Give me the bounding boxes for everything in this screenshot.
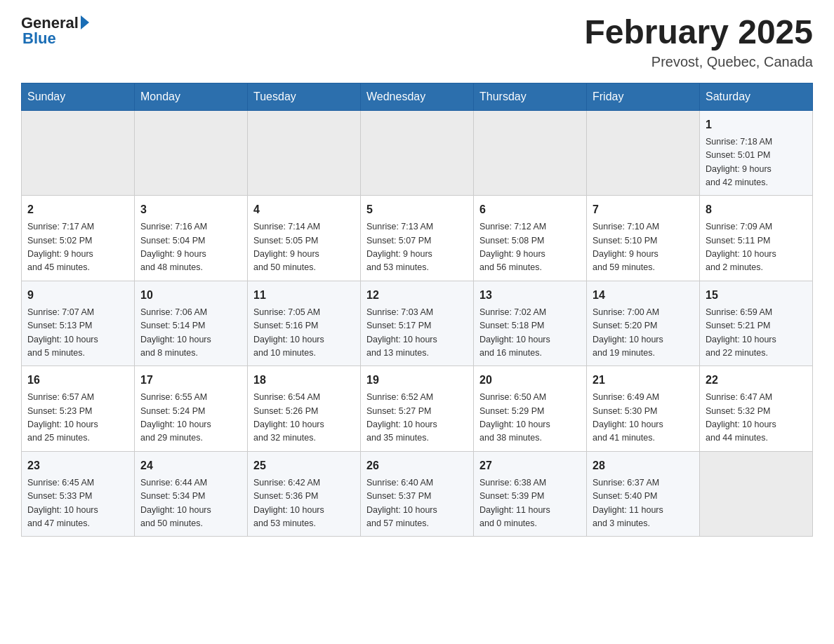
calendar-day-cell: 3Sunrise: 7:16 AM Sunset: 5:04 PM Daylig… [135,196,248,281]
day-info: Sunrise: 7:03 AM Sunset: 5:17 PM Dayligh… [366,306,468,361]
calendar-day-cell: 26Sunrise: 6:40 AM Sunset: 5:37 PM Dayli… [361,451,474,537]
calendar-day-cell: 28Sunrise: 6:37 AM Sunset: 5:40 PM Dayli… [587,451,700,537]
day-number: 17 [140,372,241,389]
day-number: 23 [27,457,128,474]
day-info: Sunrise: 6:38 AM Sunset: 5:39 PM Dayligh… [479,476,581,531]
calendar-day-cell: 20Sunrise: 6:50 AM Sunset: 5:29 PM Dayli… [474,366,587,452]
day-number: 1 [706,116,807,133]
day-number: 5 [366,201,468,218]
day-number: 14 [593,287,694,304]
calendar-day-cell [587,110,700,196]
calendar-day-header: Friday [587,83,700,110]
calendar-day-cell: 17Sunrise: 6:55 AM Sunset: 5:24 PM Dayli… [135,366,248,452]
calendar-day-cell: 9Sunrise: 7:07 AM Sunset: 5:13 PM Daylig… [22,281,135,366]
day-info: Sunrise: 7:16 AM Sunset: 5:04 PM Dayligh… [140,220,241,275]
day-info: Sunrise: 7:13 AM Sunset: 5:07 PM Dayligh… [366,220,468,275]
calendar-day-cell: 27Sunrise: 6:38 AM Sunset: 5:39 PM Dayli… [474,451,587,537]
day-info: Sunrise: 6:47 AM Sunset: 5:32 PM Dayligh… [706,391,807,445]
calendar-week-row: 16Sunrise: 6:57 AM Sunset: 5:23 PM Dayli… [22,366,813,452]
day-number: 8 [706,201,807,218]
calendar-day-cell: 12Sunrise: 7:03 AM Sunset: 5:17 PM Dayli… [361,281,474,366]
day-number: 12 [366,287,468,304]
calendar-day-header: Wednesday [361,83,474,110]
calendar-day-cell: 13Sunrise: 7:02 AM Sunset: 5:18 PM Dayli… [474,281,587,366]
day-number: 19 [366,372,468,389]
day-number: 21 [593,372,694,389]
calendar-day-header: Thursday [474,83,587,110]
location-subtitle: Prevost, Quebec, Canada [584,54,813,70]
day-info: Sunrise: 6:44 AM Sunset: 5:34 PM Dayligh… [140,476,241,531]
calendar-day-header: Tuesday [248,83,361,110]
day-number: 26 [366,457,468,474]
calendar-week-row: 23Sunrise: 6:45 AM Sunset: 5:33 PM Dayli… [22,451,813,537]
calendar-day-cell: 24Sunrise: 6:44 AM Sunset: 5:34 PM Dayli… [135,451,248,537]
day-info: Sunrise: 7:18 AM Sunset: 5:01 PM Dayligh… [706,135,807,190]
calendar-day-cell [22,110,135,196]
day-number: 13 [479,287,581,304]
day-info: Sunrise: 7:06 AM Sunset: 5:14 PM Dayligh… [140,306,241,361]
calendar-day-cell: 11Sunrise: 7:05 AM Sunset: 5:16 PM Dayli… [248,281,361,366]
day-info: Sunrise: 6:55 AM Sunset: 5:24 PM Dayligh… [140,391,241,445]
day-number: 15 [706,287,807,304]
calendar-day-header: Saturday [700,83,813,110]
calendar-day-cell [700,451,813,537]
day-number: 10 [140,287,241,304]
day-number: 11 [253,287,355,304]
calendar-day-header: Sunday [22,83,135,110]
day-number: 3 [140,201,241,218]
day-number: 18 [253,372,355,389]
page-header: General Blue February 2025 Prevost, Queb… [21,14,813,70]
month-title: February 2025 [584,14,813,51]
calendar-table: SundayMondayTuesdayWednesdayThursdayFrid… [21,83,813,537]
day-number: 6 [479,201,581,218]
calendar-day-cell: 10Sunrise: 7:06 AM Sunset: 5:14 PM Dayli… [135,281,248,366]
day-info: Sunrise: 6:52 AM Sunset: 5:27 PM Dayligh… [366,391,468,445]
calendar-day-cell: 19Sunrise: 6:52 AM Sunset: 5:27 PM Dayli… [361,366,474,452]
calendar-day-cell: 21Sunrise: 6:49 AM Sunset: 5:30 PM Dayli… [587,366,700,452]
day-info: Sunrise: 6:50 AM Sunset: 5:29 PM Dayligh… [479,391,581,445]
day-info: Sunrise: 6:49 AM Sunset: 5:30 PM Dayligh… [593,391,694,445]
day-info: Sunrise: 6:54 AM Sunset: 5:26 PM Dayligh… [253,391,355,445]
calendar-day-cell: 23Sunrise: 6:45 AM Sunset: 5:33 PM Dayli… [22,451,135,537]
day-info: Sunrise: 7:07 AM Sunset: 5:13 PM Dayligh… [27,306,128,361]
day-number: 25 [253,457,355,474]
day-number: 16 [27,372,128,389]
calendar-day-cell: 5Sunrise: 7:13 AM Sunset: 5:07 PM Daylig… [361,196,474,281]
day-number: 20 [479,372,581,389]
calendar-week-row: 9Sunrise: 7:07 AM Sunset: 5:13 PM Daylig… [22,281,813,366]
calendar-day-header: Monday [135,83,248,110]
calendar-day-cell [474,110,587,196]
logo-arrow-icon [81,15,89,29]
calendar-day-cell [248,110,361,196]
calendar-day-cell: 14Sunrise: 7:00 AM Sunset: 5:20 PM Dayli… [587,281,700,366]
day-info: Sunrise: 7:17 AM Sunset: 5:02 PM Dayligh… [27,220,128,275]
day-number: 7 [593,201,694,218]
calendar-week-row: 2Sunrise: 7:17 AM Sunset: 5:02 PM Daylig… [22,196,813,281]
day-info: Sunrise: 6:57 AM Sunset: 5:23 PM Dayligh… [27,391,128,445]
day-number: 22 [706,372,807,389]
calendar-day-cell: 18Sunrise: 6:54 AM Sunset: 5:26 PM Dayli… [248,366,361,452]
calendar-day-cell: 6Sunrise: 7:12 AM Sunset: 5:08 PM Daylig… [474,196,587,281]
calendar-day-cell [135,110,248,196]
calendar-day-cell: 7Sunrise: 7:10 AM Sunset: 5:10 PM Daylig… [587,196,700,281]
day-info: Sunrise: 6:45 AM Sunset: 5:33 PM Dayligh… [27,476,128,531]
calendar-day-cell: 25Sunrise: 6:42 AM Sunset: 5:36 PM Dayli… [248,451,361,537]
calendar-day-cell: 15Sunrise: 6:59 AM Sunset: 5:21 PM Dayli… [700,281,813,366]
calendar-day-cell: 1Sunrise: 7:18 AM Sunset: 5:01 PM Daylig… [700,110,813,196]
day-info: Sunrise: 7:14 AM Sunset: 5:05 PM Dayligh… [253,220,355,275]
day-info: Sunrise: 7:05 AM Sunset: 5:16 PM Dayligh… [253,306,355,361]
day-number: 2 [27,201,128,218]
day-info: Sunrise: 6:37 AM Sunset: 5:40 PM Dayligh… [593,476,694,531]
day-info: Sunrise: 7:12 AM Sunset: 5:08 PM Dayligh… [479,220,581,275]
day-number: 4 [253,201,355,218]
day-info: Sunrise: 7:02 AM Sunset: 5:18 PM Dayligh… [479,306,581,361]
calendar-week-row: 1Sunrise: 7:18 AM Sunset: 5:01 PM Daylig… [22,110,813,196]
calendar-header-row: SundayMondayTuesdayWednesdayThursdayFrid… [22,83,813,110]
calendar-day-cell: 22Sunrise: 6:47 AM Sunset: 5:32 PM Dayli… [700,366,813,452]
calendar-day-cell: 4Sunrise: 7:14 AM Sunset: 5:05 PM Daylig… [248,196,361,281]
day-number: 28 [593,457,694,474]
calendar-day-cell: 2Sunrise: 7:17 AM Sunset: 5:02 PM Daylig… [22,196,135,281]
day-info: Sunrise: 6:40 AM Sunset: 5:37 PM Dayligh… [366,476,468,531]
day-number: 24 [140,457,241,474]
logo: General Blue [21,14,89,48]
